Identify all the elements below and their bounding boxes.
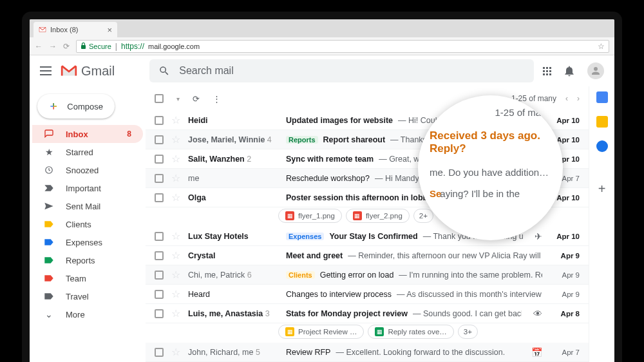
star-icon[interactable]: ☆ [171,269,180,281]
attachment-chip[interactable]: ▦flyer_1.png [278,209,342,223]
account-avatar[interactable] [587,62,604,79]
star-icon[interactable]: ☆ [171,191,180,204]
snippet: Reminder, this afternoon our new VP Alic… [348,251,542,260]
close-icon[interactable]: × [107,25,112,35]
star-icon[interactable]: ☆ [171,230,180,242]
rail-add-icon[interactable]: + [598,182,606,196]
sidebar-item-starred[interactable]: ★Starred [32,143,143,161]
sidebar-item-label: Reports [66,256,95,265]
sender: Heidi [188,116,278,125]
star-icon[interactable]: ☆ [171,114,180,126]
row-checkbox[interactable] [155,135,164,144]
tab-title: Inbox (8) [50,26,78,33]
rail-keep-icon[interactable] [596,116,608,128]
select-dropdown-icon[interactable]: ▾ [176,95,180,102]
prev-page-icon[interactable]: ‹ [565,94,568,103]
rail-tasks-icon[interactable] [596,140,608,152]
snippet: I'm running into the same problem. Resta… [399,271,542,280]
sidebar-item-label: Team [66,274,86,283]
row-checkbox[interactable] [155,271,164,280]
row-checkbox[interactable] [155,290,164,299]
bookmark-icon[interactable]: ☆ [598,42,605,51]
notifications-icon[interactable] [563,64,576,77]
sidebar-item-team[interactable]: Team [32,269,143,287]
rail-calendar-icon[interactable] [596,91,608,103]
search-placeholder: Search mail [179,65,233,77]
star-icon[interactable]: ☆ [171,153,180,165]
row-checkbox[interactable] [155,309,164,318]
row-checkbox[interactable] [155,174,164,183]
url-box[interactable]: Secure | https://mail.google.com ☆ [76,40,609,53]
visibility-icon: 👁 [533,309,542,319]
search-input[interactable]: Search mail [149,59,534,82]
email-row[interactable]: ☆HeardChanges to interview processAs dis… [146,285,589,304]
sidebar-item-clients[interactable]: Clients [32,215,143,233]
zoom-nudge: Received 3 days ago. Reply? [430,129,551,155]
url-text: mail.google.com [148,43,200,50]
star-icon[interactable]: ☆ [171,172,180,184]
sender: Chi, me, Patrick 6 [188,271,278,280]
sidebar-item-label: Important [66,184,101,193]
row-checkbox[interactable] [155,348,164,357]
star-icon[interactable]: ☆ [171,346,180,358]
sender: John, Richard, me 5 [188,348,278,357]
star-icon[interactable]: ☆ [171,249,180,262]
subject: Reschedule workshop? [286,174,370,183]
inbox-icon [44,129,54,139]
refresh-icon[interactable]: ⟳ [193,94,200,104]
gmail-header: Gmail Search mail [30,55,614,86]
back-icon[interactable]: ← [35,42,43,51]
zoom-callout: 1-25 of many Received 3 days ago. Reply?… [418,95,563,240]
row-checkbox[interactable] [155,193,164,202]
sidebar-item-important[interactable]: Important [32,179,143,197]
secure-badge: Secure [80,43,111,50]
email-row[interactable]: ☆Chi, me, Patrick 6ClientsGetting error … [146,265,589,285]
side-panel: + [589,86,614,362]
label-chip: Expenses [286,233,324,240]
star-icon[interactable]: ☆ [171,288,180,300]
sidebar-item-inbox[interactable]: Inbox8 [32,125,143,143]
row-checkbox[interactable] [155,232,164,241]
subject: Meet and greet [286,251,343,260]
date: Apr 8 [550,310,580,318]
sidebar-item-reports[interactable]: Reports [32,251,143,269]
menu-icon[interactable] [40,66,52,75]
sidebar-item-travel[interactable]: Travel [32,287,143,305]
apps-icon[interactable] [543,67,551,75]
sidebar-item-expenses[interactable]: Expenses [32,233,143,251]
more-icon[interactable]: ⋮ [213,94,221,104]
sidebar-item-more[interactable]: ⌄More [32,305,143,323]
subject: Getting error on load [320,271,394,280]
compose-button[interactable]: Compose [37,94,115,119]
sender: Olga [188,193,278,202]
clock-icon [44,165,54,175]
svg-rect-0 [81,45,86,49]
attachment-chip[interactable]: ▦Project Review … [278,325,364,339]
row-checkbox[interactable] [155,251,164,260]
browser-tab[interactable]: Inbox (8) × [33,22,117,37]
select-all-checkbox[interactable] [155,94,164,103]
email-row[interactable]: ☆Luis, me, Anastasia 3Stats for Monday p… [146,304,589,323]
email-row[interactable]: ☆CrystalMeet and greetReminder, this aft… [146,246,589,265]
star-icon[interactable]: ☆ [171,133,180,146]
row-checkbox[interactable] [155,155,164,164]
attachment-chip[interactable]: ▦flyer_2.png [346,209,410,223]
sender: Jose, Mariel, Winnie 4 [188,135,278,144]
reload-icon[interactable]: ⟳ [63,42,70,51]
attachment-chip[interactable]: ▦Reply rates ove… [368,325,453,339]
file-type-icon: ▦ [285,211,294,220]
sender: me [188,174,278,183]
next-page-icon[interactable]: › [577,94,580,103]
sidebar-item-count: 8 [127,129,131,138]
forward-icon[interactable]: → [49,42,57,51]
email-row[interactable]: ☆John, Richard, me 5Review RFPExcellent.… [146,343,589,362]
flight-icon: ✈ [535,231,542,242]
attachment-chip[interactable]: 3+ [458,325,478,339]
star-icon[interactable]: ☆ [171,307,180,319]
row-checkbox[interactable] [155,116,164,125]
gmail-favicon-icon [39,26,46,33]
gmail-logo[interactable]: Gmail [61,64,115,79]
sidebar-item-snoozed[interactable]: Snoozed [32,161,143,179]
attachment-chip[interactable]: 2+ [413,209,433,223]
sidebar-item-sent-mail[interactable]: Sent Mail [32,197,143,215]
